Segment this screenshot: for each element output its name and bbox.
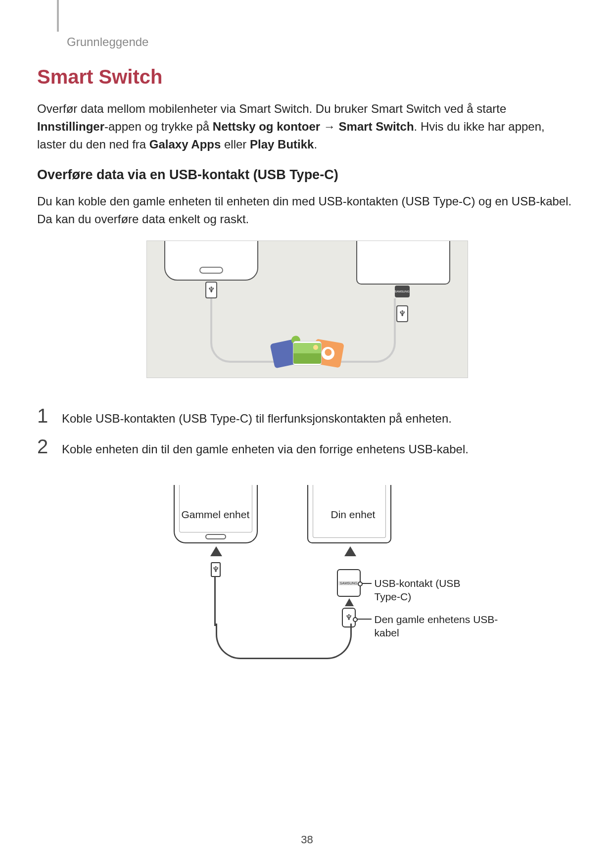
label-your-device: Din enhet [331,509,376,521]
step-text: Koble USB-kontakten (USB Type-C) til fle… [62,406,452,428]
usb-plug-icon [211,562,221,577]
breadcrumb: Grunnleggende [37,19,577,48]
step-item: 2 Koble enheten din til den gamle enhete… [37,436,577,458]
step-number: 2 [37,436,51,456]
figure-transfer-overview: SAMSUNG [146,241,468,378]
usb-plug-icon [205,282,217,298]
usb-plug-icon [396,305,408,322]
step-text: Koble enheten din til den gamle enheten … [62,436,469,458]
photo-icon [293,341,322,366]
intro-text: . [314,138,317,151]
callout-usb-connector: USB-kontakt (USB Type-C) [375,577,483,604]
intro-paragraph: Overfør data mellom mobilenheter via Sma… [37,100,577,153]
callout-usb-cable: Den gamle enhetens USB-kabel [375,613,503,640]
page-number: 38 [0,833,614,846]
cable-icon [216,624,352,659]
cable-segment-icon [214,577,216,626]
step-number: 1 [37,406,51,426]
intro-bold-cloud: Nettsky og kontoer [213,120,320,133]
media-transfer-icon [276,341,338,366]
intro-text: Overfør data mellom mobilenheter via Sma… [37,102,506,115]
arrow-up-icon [345,598,354,606]
old-phone-icon [164,241,258,281]
subheading: Overføre data via en USB-kontakt (USB Ty… [37,167,577,183]
header-accent-bar [57,0,59,32]
intro-arrow: → [320,120,338,133]
arrow-up-icon [344,546,356,556]
sub-paragraph: Du kan koble den gamle enheten til enhet… [37,193,577,228]
leader-dot-icon [353,617,358,622]
new-phone-icon [356,241,450,285]
page-title: Smart Switch [37,66,577,88]
usb-c-connector-icon: SAMSUNG [337,569,361,597]
step-item: 1 Koble USB-kontakten (USB Type-C) til f… [37,406,577,428]
leader-line [361,583,372,584]
usb-c-connector-icon: SAMSUNG [395,286,410,297]
connector-brand-label: SAMSUNG [338,581,359,585]
arrow-up-icon [210,546,222,556]
label-old-device: Gammel enhet [182,509,250,521]
leader-dot-icon [358,581,363,586]
intro-bold-smartswitch: Smart Switch [339,120,414,133]
intro-bold-settings: Innstillinger [37,120,104,133]
steps-list: 1 Koble USB-kontakten (USB Type-C) til f… [37,393,577,471]
intro-text: eller [221,138,250,151]
intro-text: -appen og trykke på [104,120,213,133]
intro-bold-playbutikk: Play Butikk [250,138,314,151]
figure-connection-diagram: Gammel enhet Din enhet SAMSUNG USB-konta… [119,485,495,683]
intro-bold-galaxyapps: Galaxy Apps [149,138,221,151]
leader-line [356,619,372,620]
